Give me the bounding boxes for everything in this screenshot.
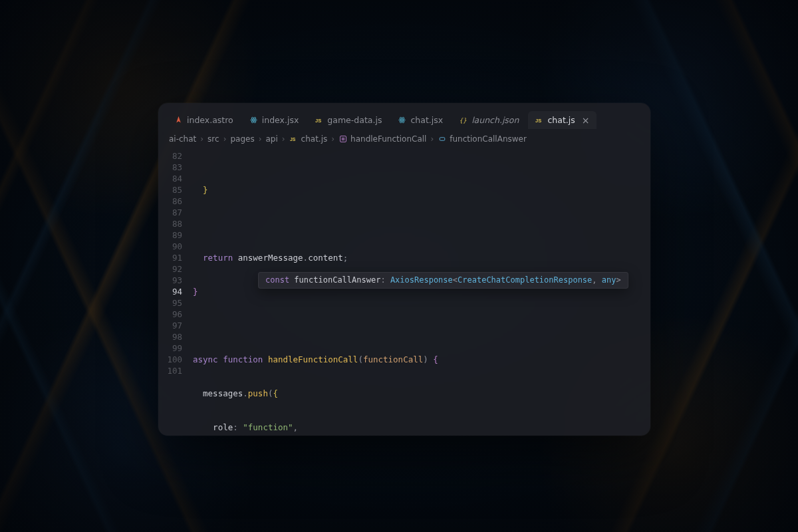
svg-rect-14 bbox=[440, 138, 445, 141]
line-number: 93 bbox=[165, 275, 182, 286]
line-number: 85 bbox=[165, 184, 182, 196]
line-number: 94 bbox=[165, 286, 182, 297]
crumb-text: src bbox=[207, 134, 219, 144]
svg-text:{}: {} bbox=[460, 117, 467, 124]
tab-bar: index.astro index.jsx JS game-data.js ch… bbox=[158, 103, 650, 129]
line-number: 84 bbox=[165, 173, 182, 184]
symbol-function-icon bbox=[338, 135, 347, 144]
crumb-text: pages bbox=[230, 134, 254, 144]
crumb-text: chat.js bbox=[301, 134, 328, 144]
svg-point-0 bbox=[253, 119, 254, 120]
line-number: 95 bbox=[165, 297, 182, 309]
code-editor-window: index.astro index.jsx JS game-data.js ch… bbox=[158, 103, 650, 436]
svg-point-5 bbox=[402, 119, 403, 120]
chevron-right-icon: › bbox=[200, 134, 203, 144]
tab-chat-jsx[interactable]: chat.jsx bbox=[391, 111, 450, 129]
svg-text:JS: JS bbox=[535, 118, 541, 124]
astro-icon bbox=[174, 116, 183, 124]
breadcrumb: ai-chat › src › pages › api › JS chat.js… bbox=[158, 129, 650, 148]
chevron-right-icon: › bbox=[331, 134, 334, 144]
line-number: 89 bbox=[165, 229, 182, 241]
js-icon: JS bbox=[535, 116, 543, 124]
crumb[interactable]: handleFunctionCall bbox=[338, 134, 426, 144]
crumb[interactable]: ai-chat bbox=[169, 134, 196, 144]
crumb[interactable]: api bbox=[265, 134, 277, 144]
close-icon[interactable]: × bbox=[582, 116, 590, 125]
line-number: 90 bbox=[165, 241, 182, 252]
crumb-text: handleFunctionCall bbox=[350, 134, 426, 144]
js-icon: JS bbox=[289, 135, 298, 144]
tab-label: launch.json bbox=[471, 115, 519, 125]
line-number: 82 bbox=[165, 150, 182, 162]
crumb-text: ai-chat bbox=[169, 134, 196, 144]
tab-label: chat.js bbox=[547, 115, 575, 125]
line-number: 91 bbox=[165, 252, 182, 263]
react-icon bbox=[249, 116, 258, 124]
crumb-text: api bbox=[265, 134, 277, 144]
react-icon bbox=[398, 116, 406, 124]
tab-game-data-js[interactable]: JS game-data.js bbox=[308, 111, 388, 129]
svg-text:JS: JS bbox=[290, 137, 296, 142]
crumb[interactable]: functionCallAnswer bbox=[438, 134, 527, 144]
line-number: 96 bbox=[165, 309, 182, 320]
symbol-variable-icon bbox=[438, 135, 446, 144]
tab-label: chat.jsx bbox=[410, 115, 443, 125]
js-icon: JS bbox=[315, 116, 323, 124]
crumb[interactable]: JS chat.js bbox=[289, 134, 328, 144]
crumb-text: functionCallAnswer bbox=[450, 134, 527, 144]
line-number: 101 bbox=[165, 365, 182, 376]
tab-index-jsx[interactable]: index.jsx bbox=[243, 111, 306, 129]
line-number: 86 bbox=[165, 196, 182, 207]
crumb[interactable]: pages bbox=[230, 134, 254, 144]
code-area[interactable]: 8283848586878889909192939495969798991001… bbox=[158, 148, 650, 436]
tab-label: index.jsx bbox=[262, 115, 299, 125]
line-number: 97 bbox=[165, 320, 182, 331]
line-number: 100 bbox=[165, 354, 182, 365]
line-number: 92 bbox=[165, 263, 182, 275]
crumb[interactable]: src bbox=[207, 134, 219, 144]
code-content[interactable]: } return answerMessage.content; } async … bbox=[189, 148, 650, 436]
svg-rect-13 bbox=[341, 138, 344, 141]
line-number: 98 bbox=[165, 331, 182, 342]
tab-label: game-data.js bbox=[327, 115, 382, 125]
tab-index-astro[interactable]: index.astro bbox=[168, 111, 240, 129]
chevron-right-icon: › bbox=[223, 134, 227, 144]
json-icon: {} bbox=[459, 116, 467, 124]
tab-chat-js[interactable]: JS chat.js × bbox=[528, 111, 596, 129]
svg-text:JS: JS bbox=[315, 118, 321, 124]
type-hint-tooltip: const functionCallAnswer: AxiosResponse<… bbox=[258, 272, 628, 289]
chevron-right-icon: › bbox=[430, 134, 434, 144]
line-number-gutter: 8283848586878889909192939495969798991001… bbox=[158, 148, 189, 436]
line-number: 99 bbox=[165, 342, 182, 354]
line-number: 88 bbox=[165, 218, 182, 229]
line-number: 83 bbox=[165, 162, 182, 173]
line-number: 87 bbox=[165, 207, 182, 218]
tab-launch-json[interactable]: {} launch.json bbox=[452, 111, 525, 129]
chevron-right-icon: › bbox=[282, 134, 285, 144]
chevron-right-icon: › bbox=[259, 134, 262, 144]
tab-label: index.astro bbox=[187, 115, 233, 125]
